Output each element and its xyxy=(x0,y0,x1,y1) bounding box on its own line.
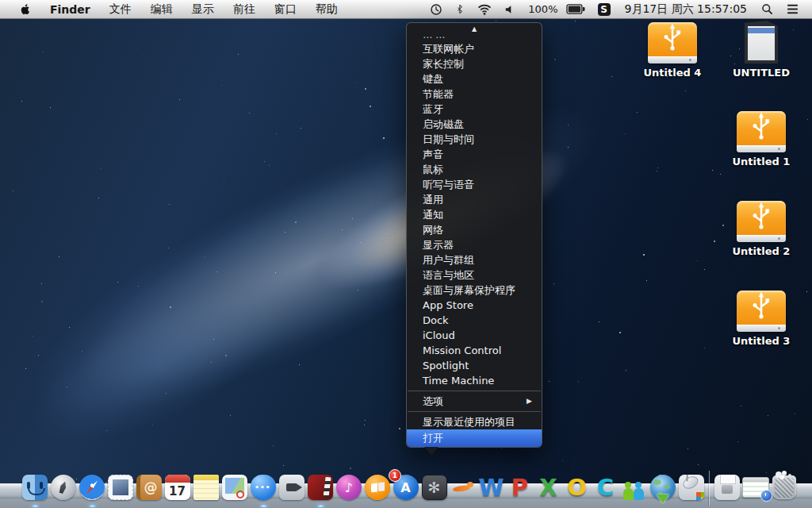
dock-menu-item[interactable]: Mission Control xyxy=(407,343,542,358)
dock-menu-item[interactable]: 键盘 xyxy=(407,71,542,87)
dock-calendar[interactable]: 17 xyxy=(163,474,191,501)
dock-communicator[interactable]: C xyxy=(592,474,619,501)
dock-menu-item[interactable]: 日期与时间 xyxy=(407,132,542,147)
dock-menu-item[interactable]: 互联网帐户 xyxy=(407,41,542,56)
desktop-icon-untitled-3[interactable]: Untitled 3 xyxy=(723,291,799,347)
calendar-day: 17 xyxy=(169,483,186,500)
dock-safari[interactable] xyxy=(78,474,105,501)
dock-photo-booth[interactable] xyxy=(306,474,334,501)
dock-minimized-window[interactable] xyxy=(741,474,769,501)
communicator-letter-icon: C xyxy=(597,475,614,499)
desktop-icon-untitled-4[interactable]: Untitled 4 xyxy=(634,22,710,79)
menu-item-clipped[interactable]: ⋯⋯ xyxy=(407,32,542,39)
wifi-menu-icon[interactable] xyxy=(471,4,498,15)
dock-app-store[interactable]: A1 xyxy=(392,474,419,501)
dock-menu-item[interactable]: 语言与地区 xyxy=(407,267,542,283)
windows-flag-icon xyxy=(696,492,701,497)
desktop-icon-label: Untitled 3 xyxy=(733,335,791,347)
dock-orange-creature-app[interactable] xyxy=(449,474,477,501)
dock-separator xyxy=(706,469,712,501)
excel-letter-icon: X xyxy=(539,475,557,499)
menu-item-show-recents[interactable]: 显示最近使用的项目 xyxy=(407,414,542,429)
time-machine-menu-icon[interactable] xyxy=(423,3,449,16)
dock-finder[interactable] xyxy=(21,474,48,501)
dock-excel[interactable]: X xyxy=(534,474,562,501)
dock-menu-item[interactable]: Time Machine xyxy=(407,373,542,388)
apple-menu-icon[interactable] xyxy=(10,3,40,15)
dock-contacts[interactable]: @ xyxy=(135,474,163,501)
dock-menu-item[interactable]: App Store xyxy=(407,298,542,313)
bluetooth-menu-icon[interactable] xyxy=(449,3,471,15)
menu-bar-item[interactable]: 窗口 xyxy=(265,2,306,17)
menu-bar-item[interactable]: 前往 xyxy=(224,2,265,17)
menu-bar-item[interactable]: 显示 xyxy=(182,2,224,17)
notification-center-icon[interactable] xyxy=(779,3,806,15)
desktop: Finder 文件编辑显示前往窗口帮助 100% xyxy=(0,0,812,508)
dock-trash[interactable] xyxy=(770,474,798,501)
dock-download-globe-app[interactable] xyxy=(649,474,676,501)
active-app-menu[interactable]: Finder xyxy=(40,3,100,16)
desktop-icon-untitled[interactable]: UNTITLED xyxy=(725,21,798,79)
dock-menu-item[interactable]: 节能器 xyxy=(407,87,542,102)
dock-launchpad[interactable] xyxy=(49,474,77,501)
dock-remote-desktop[interactable] xyxy=(677,474,705,501)
dock-mail[interactable] xyxy=(106,474,134,501)
desktop-icon-untitled-1[interactable]: Untitled 1 xyxy=(723,111,799,167)
menu-separator xyxy=(408,391,541,391)
dock-powerpoint[interactable]: P xyxy=(506,474,534,501)
menu-bar-item[interactable]: 文件 xyxy=(100,2,141,17)
desktop-icon-untitled-2[interactable]: Untitled 2 xyxy=(723,201,799,257)
usb-drive-icon xyxy=(737,201,786,242)
dock-menu-item[interactable]: 桌面与屏幕保护程序 xyxy=(407,283,542,298)
facetime-camera-icon xyxy=(279,475,304,500)
dock-system-preferences[interactable]: ✻ xyxy=(420,474,448,501)
dock-menu-item[interactable]: 用户与群组 xyxy=(407,252,542,267)
dock-ibooks[interactable] xyxy=(363,474,391,501)
dock-preview[interactable] xyxy=(220,474,248,501)
menu-bar-item[interactable]: 编辑 xyxy=(141,2,182,17)
menu-bar-clock[interactable]: 9月17日 周六 15:57:05 xyxy=(617,2,756,17)
dock-notes[interactable] xyxy=(192,474,220,501)
dock-context-menu: ▲ ⋯⋯ 互联网帐户家长控制键盘节能器蓝牙启动磁盘日期与时间声音鼠标听写与语音通… xyxy=(406,22,542,448)
battery-percentage: 100% xyxy=(522,3,559,15)
satellite-dish-icon xyxy=(679,475,704,500)
usb-drive-icon xyxy=(737,291,786,332)
dock: @ 17 ••• ♪ A1 ✻ W P X O C xyxy=(21,469,798,501)
menu-bar-item[interactable]: 帮助 xyxy=(306,2,347,17)
contacts-book-icon: @ xyxy=(136,475,162,500)
dock-menu-item[interactable]: iCloud xyxy=(407,328,542,343)
dock-menu-item[interactable]: Spotlight xyxy=(407,358,542,373)
dock-outlook[interactable]: O xyxy=(563,474,591,501)
dock-word[interactable]: W xyxy=(477,474,505,501)
dock-menu-item[interactable]: 听写与语音 xyxy=(407,177,542,192)
word-letter-icon: W xyxy=(479,475,504,499)
messages-bubble-icon: ••• xyxy=(251,475,276,500)
dock-menu-item[interactable]: 通知 xyxy=(407,207,542,222)
dock-menu-item[interactable]: 网络 xyxy=(407,222,542,237)
dock-facetime[interactable] xyxy=(278,474,305,501)
dock-itunes[interactable]: ♪ xyxy=(335,474,362,501)
globe-download-icon xyxy=(650,475,676,500)
dock-menu-item[interactable]: Dock xyxy=(407,313,542,328)
battery-menu-icon[interactable] xyxy=(560,4,592,14)
dock-menu-item[interactable]: 家长控制 xyxy=(407,56,542,71)
volume-menu-icon[interactable] xyxy=(498,4,522,15)
desktop-icon-label: UNTITLED xyxy=(733,67,790,79)
input-method-menu-icon[interactable]: S xyxy=(598,3,611,16)
dock-menu-item[interactable]: 声音 xyxy=(407,147,542,162)
dock-menu-item[interactable]: 启动磁盘 xyxy=(407,117,542,132)
powerpoint-letter-icon: P xyxy=(511,475,528,499)
dock-archive-utility[interactable] xyxy=(713,474,741,501)
desktop-icon-label: Untitled 2 xyxy=(733,245,791,257)
menu-item-options[interactable]: 选项 ▶ xyxy=(407,394,542,409)
menu-bar: Finder 文件编辑显示前往窗口帮助 100% xyxy=(0,0,812,19)
dock-menu-item[interactable]: 通用 xyxy=(407,192,542,207)
dock-messages[interactable]: ••• xyxy=(249,474,277,501)
menu-separator xyxy=(408,411,541,412)
dock-menu-item[interactable]: 显示器 xyxy=(407,237,542,252)
dock-menu-item[interactable]: 蓝牙 xyxy=(407,102,542,117)
menu-item-open[interactable]: 打开 xyxy=(407,429,542,447)
dock-messenger[interactable] xyxy=(620,474,648,501)
spotlight-search-icon[interactable] xyxy=(755,3,779,15)
dock-menu-item[interactable]: 鼠标 xyxy=(407,162,542,177)
